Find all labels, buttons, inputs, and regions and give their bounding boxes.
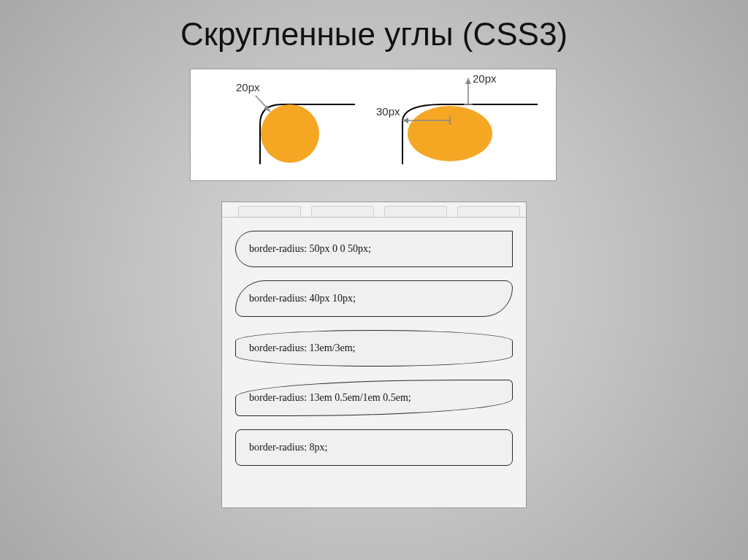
example-code: border-radius: 8px;: [249, 442, 327, 453]
slide: Скругленные углы (CSS3) 20px 20px: [0, 0, 748, 560]
example-row: border-radius: 40px 10px;: [235, 280, 513, 317]
svg-marker-6: [465, 78, 471, 84]
radius-diagram: 20px 20px 30px: [190, 69, 557, 181]
example-code: border-radius: 50px 0 0 50px;: [249, 243, 371, 255]
diagram-label-left: 20px: [236, 81, 260, 93]
diagram-label-right-left: 30px: [376, 105, 400, 118]
example-code: border-radius: 13em 0.5em/1em 0.5em;: [249, 392, 411, 404]
example-row: border-radius: 13em/3em;: [235, 330, 513, 367]
tab: [457, 206, 520, 217]
slide-title: Скругленные углы (CSS3): [0, 16, 748, 53]
tab: [238, 206, 301, 217]
example-code: border-radius: 13em/3em;: [249, 342, 356, 354]
diagram-label-right-top: 20px: [473, 72, 497, 85]
tabs-bar: [222, 202, 526, 218]
svg-point-0: [261, 104, 319, 163]
examples-rows: border-radius: 50px 0 0 50px; border-rad…: [222, 218, 526, 466]
example-row: border-radius: 13em 0.5em/1em 0.5em;: [235, 380, 513, 416]
tab: [311, 206, 374, 217]
examples-panel: border-radius: 50px 0 0 50px; border-rad…: [221, 202, 527, 508]
example-row: border-radius: 50px 0 0 50px;: [235, 231, 513, 267]
example-code: border-radius: 40px 10px;: [249, 293, 356, 304]
diagram-svg: 20px 20px 30px: [191, 69, 556, 180]
example-row: border-radius: 8px;: [235, 429, 513, 466]
tab: [384, 206, 447, 217]
svg-point-3: [408, 106, 492, 161]
